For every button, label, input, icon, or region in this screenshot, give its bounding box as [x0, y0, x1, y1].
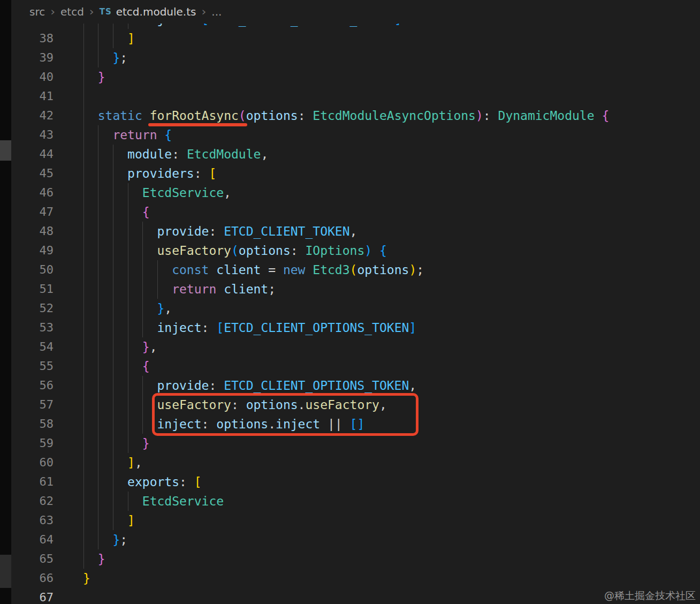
chevron-right-icon: ›: [201, 6, 206, 17]
code-text[interactable]: provide: ETCD_CLIENT_OPTIONS_TOKEN,: [83, 376, 416, 395]
breadcrumb-item-filename[interactable]: etcd.module.ts: [116, 5, 196, 18]
code-line[interactable]: 56 provide: ETCD_CLIENT_OPTIONS_TOKEN,: [0, 376, 700, 395]
code-line[interactable]: 59 }: [0, 434, 700, 453]
code-line[interactable]: 48 provide: ETCD_CLIENT_TOKEN,: [0, 222, 700, 241]
code-text[interactable]: inject: [ETCD_CLIENT_OPTIONS_TOKEN]: [83, 318, 416, 337]
code-text[interactable]: ],: [83, 453, 142, 472]
typescript-file-icon: TS: [100, 7, 112, 17]
code-text[interactable]: ]: [83, 511, 135, 530]
editor-window: inject: [ETCD_CLIENT_OPTIONS_TOKEN]38 ]3…: [0, 0, 700, 604]
code-text[interactable]: provide: ETCD_CLIENT_TOKEN,: [83, 222, 357, 241]
code-area[interactable]: inject: [ETCD_CLIENT_OPTIONS_TOKEN]38 ]3…: [0, 10, 700, 604]
code-line[interactable]: 62 EtcdService: [0, 492, 700, 511]
code-line[interactable]: 45 providers: [: [0, 164, 700, 183]
code-line[interactable]: 46 EtcdService,: [0, 183, 700, 202]
code-text[interactable]: exports: [: [83, 472, 202, 492]
code-line[interactable]: 51 return client;: [0, 280, 700, 299]
breadcrumb-item-src[interactable]: src: [29, 5, 45, 18]
code-text[interactable]: };: [83, 530, 127, 549]
code-text[interactable]: EtcdService: [83, 492, 224, 511]
code-line[interactable]: 55 {: [0, 357, 700, 376]
annotation-red-box: [152, 393, 419, 436]
code-text[interactable]: }: [83, 434, 150, 453]
code-line[interactable]: 49 useFactory(options: IOptions) {: [0, 241, 700, 260]
code-text[interactable]: const client = new Etcd3(options);: [83, 260, 424, 280]
code-text[interactable]: static forRootAsync(options: EtcdModuleA…: [83, 106, 609, 125]
code-line[interactable]: 42 static forRootAsync(options: EtcdModu…: [0, 106, 700, 125]
code-line[interactable]: 64 };: [0, 530, 700, 549]
code-line[interactable]: 60 ],: [0, 453, 700, 472]
code-text[interactable]: }: [83, 569, 90, 588]
code-text[interactable]: EtcdService,: [83, 183, 231, 202]
code-text[interactable]: },: [83, 299, 172, 318]
code-line[interactable]: 50 const client = new Etcd3(options);: [0, 260, 700, 280]
code-line[interactable]: 66}: [0, 569, 700, 588]
code-line[interactable]: 53 inject: [ETCD_CLIENT_OPTIONS_TOKEN]: [0, 318, 700, 337]
code-line[interactable]: 38 ]: [0, 29, 700, 48]
chevron-right-icon: ›: [50, 6, 55, 17]
code-line[interactable]: 65 }: [0, 549, 700, 569]
code-line[interactable]: 54 },: [0, 337, 700, 357]
code-line[interactable]: 63 ]: [0, 511, 700, 530]
code-line[interactable]: 61 exports: [: [0, 472, 700, 492]
code-line[interactable]: 43 return {: [0, 125, 700, 145]
strip-indicator-bottom: [0, 555, 11, 588]
breadcrumb-symbol-overflow[interactable]: ...: [211, 5, 222, 18]
breadcrumb: src › etcd › TS etcd.module.ts › ...: [11, 0, 700, 24]
code-text[interactable]: ]: [83, 29, 135, 48]
code-text[interactable]: {: [83, 202, 150, 222]
code-text[interactable]: };: [83, 48, 127, 67]
code-line[interactable]: 40 }: [0, 67, 700, 87]
chevron-right-icon: ›: [89, 6, 94, 17]
code-text[interactable]: {: [83, 357, 150, 376]
code-line[interactable]: 67: [0, 588, 700, 604]
strip-indicator-top: [0, 140, 11, 161]
code-text[interactable]: useFactory(options: IOptions) {: [83, 241, 387, 260]
code-text[interactable]: return client;: [83, 280, 276, 299]
code-text[interactable]: return {: [83, 125, 172, 145]
code-line[interactable]: 47 {: [0, 202, 700, 222]
code-line[interactable]: 41: [0, 87, 700, 106]
code-text[interactable]: },: [83, 337, 157, 357]
code-text[interactable]: module: EtcdModule,: [83, 145, 268, 164]
watermark: @稀土掘金技术社区: [604, 589, 696, 603]
activity-strip: [0, 0, 11, 604]
code-line[interactable]: 39 };: [0, 48, 700, 67]
code-line[interactable]: 44 module: EtcdModule,: [0, 145, 700, 164]
breadcrumb-item-etcd[interactable]: etcd: [60, 5, 84, 18]
code-text[interactable]: }: [83, 67, 105, 87]
code-line[interactable]: 52 },: [0, 299, 700, 318]
code-text[interactable]: providers: [: [83, 164, 216, 183]
code-text[interactable]: }: [83, 549, 105, 569]
